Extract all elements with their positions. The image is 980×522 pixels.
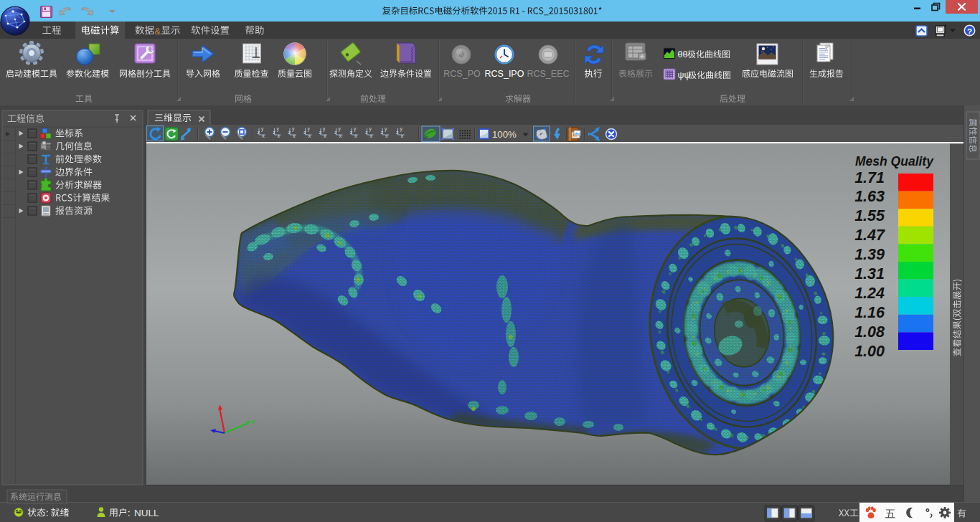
svg-text:1.71: 1.71 bbox=[854, 169, 885, 186]
svg-text:z: z bbox=[319, 129, 322, 136]
svg-text:z: z bbox=[273, 129, 275, 136]
svg-text:1.63: 1.63 bbox=[854, 188, 885, 205]
svg-text:?: ? bbox=[967, 27, 972, 36]
svg-text:x: x bbox=[354, 133, 357, 139]
svg-text:z: z bbox=[350, 129, 353, 136]
svg-text:x: x bbox=[370, 133, 373, 139]
svg-text:1.47: 1.47 bbox=[854, 227, 885, 244]
svg-text:x: x bbox=[324, 133, 326, 139]
svg-text:RCS_EEC: RCS_EEC bbox=[527, 69, 569, 79]
svg-text:z: z bbox=[258, 129, 260, 136]
svg-text:x: x bbox=[339, 133, 342, 139]
svg-text:z: z bbox=[365, 129, 368, 136]
svg-text:1.16: 1.16 bbox=[854, 304, 885, 321]
svg-text:x: x bbox=[278, 133, 281, 139]
svg-text:x: x bbox=[385, 133, 388, 139]
svg-text:x: x bbox=[401, 133, 404, 139]
svg-text:RCS_IPO: RCS_IPO bbox=[485, 69, 524, 79]
svg-text:1.24: 1.24 bbox=[854, 285, 885, 302]
svg-text:1.39: 1.39 bbox=[854, 246, 885, 263]
svg-text:z: z bbox=[288, 129, 291, 136]
svg-text:z: z bbox=[396, 129, 399, 136]
svg-text:1.08: 1.08 bbox=[854, 323, 885, 341]
svg-text:Y: Y bbox=[251, 419, 255, 426]
svg-text:x: x bbox=[262, 133, 265, 139]
svg-text:x: x bbox=[308, 133, 311, 139]
svg-text:1.31: 1.31 bbox=[854, 265, 885, 283]
svg-text:z: z bbox=[381, 129, 384, 136]
svg-text:NULL: NULL bbox=[134, 508, 159, 518]
svg-text:ψψ: ψψ bbox=[678, 70, 691, 80]
svg-text:z: z bbox=[334, 129, 337, 136]
svg-text:θθ: θθ bbox=[678, 49, 688, 60]
svg-text:&: & bbox=[154, 26, 161, 37]
svg-text:x: x bbox=[293, 133, 296, 139]
svg-text:Mesh Quality: Mesh Quality bbox=[855, 154, 934, 169]
svg-text:z: z bbox=[303, 129, 306, 136]
svg-text:RCS_PO: RCS_PO bbox=[443, 69, 481, 79]
svg-text:1.00: 1.00 bbox=[854, 343, 885, 360]
svg-text:100%: 100% bbox=[492, 129, 517, 140]
svg-text:1.55: 1.55 bbox=[854, 207, 885, 224]
